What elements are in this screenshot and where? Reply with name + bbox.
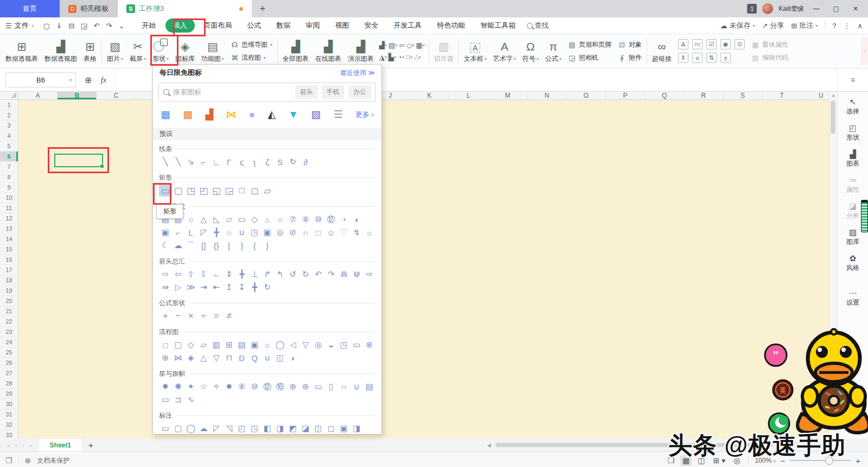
shape-item[interactable]: ▢ [172,185,185,197]
flowchart-button[interactable]: ⌘流程图▾ [231,53,272,62]
pivot-table-button[interactable]: ⊞数据透视表 [2,36,41,66]
shape-item[interactable]: ◎ [274,226,287,238]
shape-item[interactable]: ╲ [159,156,172,168]
new-tab-button[interactable]: + [252,0,273,17]
shape-item[interactable]: ◒ [325,339,338,351]
chart-type-button[interactable]: ▤▾ [388,41,397,49]
share-button[interactable]: ↗ 分享 [762,21,784,30]
search-tag-箭头[interactable]: 箭头 [295,85,318,99]
icon-library-button[interactable]: ◈图标库 [172,36,198,66]
shape-item[interactable]: ◯ [274,339,287,351]
row-header-4[interactable]: 4 [0,131,18,141]
form-control-button[interactable]: ⇅ [706,53,717,63]
free-icon[interactable]: ▩ [183,108,193,121]
shape-item[interactable]: ☾ [159,239,172,251]
column-header-C[interactable]: C [97,92,136,99]
row-header-29[interactable]: 29 [0,389,18,399]
shape-item[interactable]: ≠ [223,310,236,322]
presentation-charts-button[interactable]: ▟演示图表 [344,36,377,66]
free-icon[interactable]: ▦ [161,108,170,121]
column-header-L[interactable]: L [449,92,488,99]
shape-item[interactable]: ∪ [350,381,363,393]
shape-item[interactable]: ζ [261,156,274,168]
form-control-button[interactable]: A [678,39,688,49]
shape-item[interactable]: ◻ [248,185,261,197]
fx-icon[interactable]: fx [100,75,106,85]
shape-item[interactable]: ☁ [197,422,210,434]
shape-item[interactable]: ⑩ [248,381,261,393]
shape-item[interactable]: ◸ [210,422,223,434]
shape-item[interactable]: ⑫ [261,381,274,393]
shape-item[interactable]: ◱ [210,185,223,197]
row-header-30[interactable]: 30 [0,399,18,409]
shape-item[interactable]: ◫ [312,422,325,434]
shape-item[interactable]: ☆ [197,381,210,393]
row-header-10[interactable]: 10 [0,193,18,203]
form-control-button[interactable]: ⇕ [678,53,688,63]
shape-item[interactable]: S [274,156,287,168]
shape-item[interactable]: ✸ [159,381,172,393]
shape-item[interactable]: [] [197,239,210,251]
shape-item[interactable]: ▤ [363,381,376,393]
name-box[interactable]: B6 ▾ [5,72,76,87]
shape-item[interactable]: ∂ [299,156,312,168]
column-header-K[interactable]: K [410,92,449,99]
shape-item[interactable]: ↯ [350,226,363,238]
shape-item[interactable]: ↻ [299,268,312,280]
row-header-6[interactable]: 6 [0,152,18,162]
sheet-nav-icon[interactable]: › [22,442,24,449]
shape-item[interactable]: ▱ [223,213,236,225]
shape-item[interactable]: ☼ [363,226,376,238]
home-tab[interactable]: 首页 [0,0,60,17]
shape-item[interactable]: ⇨ [363,268,376,280]
row-header-21[interactable]: 21 [0,306,18,317]
shape-item[interactable]: ⇨ [159,268,172,280]
column-header-M[interactable]: M [488,92,527,99]
chart-type-button[interactable]: ▙▾ [388,53,396,61]
shape-item[interactable]: ◔ [337,213,350,225]
shape-item[interactable]: + [159,310,172,322]
shape-item[interactable]: × [184,310,197,322]
row-header-1[interactable]: 1 [0,100,18,110]
column-header-Q[interactable]: Q [645,92,684,99]
sidebar-item-shape[interactable]: ◰形状 [846,123,859,142]
shape-item[interactable]: ↥ [223,281,236,293]
shape-item[interactable]: ⊓ [223,352,236,364]
shape-item[interactable]: ✦ [184,381,197,393]
row-header-13[interactable]: 13 [0,224,18,234]
shape-item[interactable]: ⌒ [184,239,197,251]
shape-item[interactable]: ◨ [350,422,363,434]
shape-item[interactable]: ◖ [286,352,299,364]
column-header-B[interactable]: B [58,92,97,99]
shape-item[interactable]: ☺ [325,226,338,238]
shape-item[interactable]: ⊐ [172,394,185,406]
row-header-32[interactable]: 32 [0,420,18,430]
shape-item[interactable]: ⑩ [312,213,325,225]
free-icon[interactable]: ▧ [311,108,321,121]
shape-item[interactable]: ⌐ [197,156,210,168]
form-control-button[interactable]: ± [720,53,731,63]
shape-item[interactable]: ↻ [261,281,274,293]
shape-item[interactable]: ◫ [274,352,287,364]
row-header-27[interactable]: 27 [0,368,18,378]
sidebar-item-settings[interactable]: ⋯设置 [846,288,859,307]
shape-item[interactable]: ⌂ [261,213,274,225]
chart-type-button[interactable]: ◇▾ [407,41,414,49]
shape-item[interactable]: □ [312,226,325,238]
shape-item[interactable]: ▯ [325,381,338,393]
tab-视图[interactable]: 视图 [329,18,355,33]
shape-item[interactable]: ▱ [261,185,274,197]
screenshot-button[interactable]: ✂截屏▾ [126,36,149,66]
shape-item[interactable]: ▽ [210,352,223,364]
shape-item[interactable]: ╋ [248,281,261,293]
text-box-button[interactable]: A文本框▾ [461,36,490,66]
vertical-scroll-thumb[interactable] [831,100,835,134]
shape-item[interactable]: Q [248,352,261,364]
save-status-button[interactable]: ☁ 未保存▾ [720,21,755,30]
row-header-2[interactable]: 2 [0,110,18,121]
chart-type-button[interactable]: ◮▾ [379,53,387,61]
free-icon[interactable]: ● [249,109,255,121]
print-icon[interactable]: ⊟ [66,22,78,30]
shape-item[interactable]: ◰ [197,185,210,197]
sidebar-item-style[interactable]: ✿风格 [846,254,859,273]
